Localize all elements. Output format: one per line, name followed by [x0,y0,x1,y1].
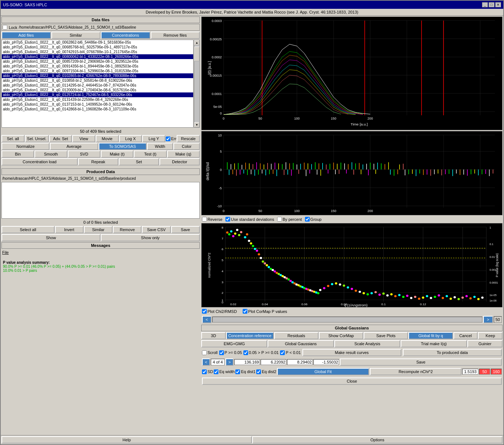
detector-button[interactable]: Detector [159,158,200,165]
tab-emg-gmg[interactable]: EMG+GMG [201,340,267,347]
tab-global-gaussians[interactable]: Global Gaussians [268,340,334,347]
p-gte-005-checkbox[interactable] [219,350,224,355]
file-item-3[interactable]: aldo_pH7p5_Elution1_0022__lt_q0_00742915… [2,50,193,54]
nav-left-button[interactable]: < [202,316,211,323]
test-it-button[interactable]: Test (t) [134,150,166,158]
file-list[interactable]: aldo_pH7p5_Elution1_0022__lt_q0_0062862-… [1,40,194,128]
adv-set-button[interactable]: Adv. Set [49,135,72,142]
smooth-button[interactable]: Smooth [34,150,67,158]
file-item-10[interactable]: aldo_pH7p5_Elution1_0022__lt_q0_0114295-… [2,83,193,88]
produced-file-list[interactable] [1,182,200,219]
tab-3d[interactable]: 3D [201,332,226,339]
tab-trial-make-iq[interactable]: Trial make I(q) [401,340,467,347]
file-item-5[interactable]: aldo_pH7p5_Elution1_0022__lt_q0_00857209… [2,59,193,64]
data-save-button[interactable]: Save [340,358,502,366]
file-item-1[interactable]: aldo_pH7p5_Elution1_0022__lt_q0_0062862-… [2,40,193,45]
concentrations-button[interactable]: Concentrations [101,32,150,39]
tab-scale-analysis[interactable]: Scale Analysis [334,340,400,347]
file-item-11[interactable]: aldo_pH7p5_Elution1_0022__lt_q0_0120009-… [2,88,193,92]
movie-button[interactable]: Movie [96,135,119,142]
file-item-4[interactable]: aldo_pH7p5_Elution1_0022__lt_q0_00800062… [2,54,193,59]
similar-files-button[interactable]: Similar [51,32,101,39]
make-iq-button[interactable]: Make (q) [167,150,200,158]
set-button[interactable]: Set [119,158,159,165]
nav-right-button[interactable]: > [483,316,493,323]
invert-button[interactable]: Invert [55,226,84,233]
file-item-14[interactable]: aldo_pH7p5_Elution1_0022__lt_q0_0137153-… [2,102,193,107]
lock-checkbox[interactable] [3,25,7,30]
group-checkbox[interactable] [305,217,310,222]
data-val3[interactable]: 8.29402 [287,359,313,365]
reverse-checkbox[interactable] [202,217,207,222]
repeak-button[interactable]: Repeak [78,158,118,165]
to-produced-data-button[interactable]: To produced data [403,349,502,356]
recompute-button[interactable]: Recompute nChi^2 [370,368,462,375]
global-fit-button[interactable]: Global Fit [277,368,369,375]
tab-global-fit-q[interactable]: Global fit by q [408,332,453,339]
view-button[interactable]: View [72,135,95,142]
log-y-button[interactable]: Log Y [142,135,165,142]
p-lt-001-checkbox[interactable] [280,350,285,355]
file-item-13[interactable]: aldo_pH7p5_Elution1_0022__lt_q0_0131439-… [2,97,193,102]
data-nav-right-button[interactable]: > [225,358,233,366]
remove-button[interactable]: Remove [113,226,141,233]
std-dev-checkbox[interactable] [225,217,230,222]
width-button[interactable]: Width [147,143,173,150]
similar-produced-button[interactable]: Similar [84,226,113,233]
file-item-12[interactable]: aldo_pH7p5_Elution1_0022__lt_q0_0125724-… [2,92,193,97]
normalize-button[interactable]: Normalize [1,143,49,150]
data-val4[interactable]: -1.55032 [313,359,339,365]
help-button[interactable]: Help [1,436,252,444]
plot-cormap-checkbox[interactable] [243,309,247,314]
close-button[interactable]: ✕ [495,2,501,7]
data-nav-left-button[interactable]: < [202,358,210,366]
data-val1[interactable]: 136.169 [234,359,260,365]
file-item-6[interactable]: aldo_pH7p5_Elution1_0022__lt_q0_00914356… [2,64,193,69]
tab-concentration-reference[interactable]: Concentration reference [226,332,274,339]
show-button[interactable]: Show [1,234,100,241]
make-it-button[interactable]: Make (t) [101,150,133,158]
tab-cancel[interactable]: Cancel [453,332,478,339]
scroll-checkbox[interactable] [202,350,207,355]
tab-guinier[interactable]: Guinier [467,340,503,347]
log-x-button[interactable]: Log X [119,135,142,142]
eq-dist1-checkbox[interactable] [235,369,240,374]
file-item-15[interactable]: aldo_pH7p5_Elution1_0022__lt_q0_0142868-… [2,107,193,112]
tab-residuals[interactable]: Residuals [274,332,319,339]
color-button[interactable]: Color [173,143,200,150]
minimize-button[interactable]: _ [482,2,488,7]
remove-files-button[interactable]: Remove files [151,32,200,39]
sd-checkbox[interactable] [202,369,207,374]
by-percent-checkbox[interactable] [277,217,282,222]
file-item-8[interactable]: aldo_pH7p5_Elution1_0022__lt_q0_0102865-… [2,73,193,78]
data-val2[interactable]: 6.22092 [261,359,286,365]
make-result-curves-button[interactable]: Make result curves [302,349,401,356]
add-files-button[interactable]: Add files [1,32,51,39]
file-item-7[interactable]: aldo_pH7p5_Elution1_0022__lt_q0_00971504… [2,69,193,73]
sel-unsel-button[interactable]: Sel. Unsel. [25,135,49,142]
average-button[interactable]: Average [50,143,98,150]
save-csv-button[interactable]: Save CSV [142,226,170,233]
rescale-button[interactable]: Rescale [177,135,200,142]
file-menu-label[interactable]: File [2,250,9,255]
concentration-load-button[interactable]: Concentration load [1,158,78,165]
file-item-9[interactable]: aldo_pH7p5_Elution1_0022__lt_q0_010858-b… [2,78,193,83]
p-005-001-checkbox[interactable] [243,350,248,355]
sel-all-button[interactable]: Sel. all [1,135,25,142]
err-checkbox[interactable] [166,136,170,141]
plot-chi-checkbox[interactable] [202,309,207,314]
tab-save-plots[interactable]: Save Plots [364,332,408,339]
close-button[interactable]: Close [202,377,502,385]
bin-button[interactable]: Bin [1,150,34,158]
tab-keep[interactable]: Keep [478,332,503,339]
file-item-2[interactable]: aldo_pH7p5_Elution1_0022__lt_q0_00685768… [2,45,193,50]
save-button[interactable]: Save [171,226,200,233]
svd-button[interactable]: SVD [68,150,100,158]
tab-show-cormap[interactable]: Show CorMap [319,332,363,339]
options-button[interactable]: Options [252,436,503,444]
select-all-button[interactable]: Select all [1,226,55,233]
maximize-button[interactable]: □ [489,2,494,7]
file-list-scrollbar[interactable]: ▲ ▼ [194,40,200,128]
eq-width-checkbox[interactable] [214,369,218,374]
to-somo-button[interactable]: To SOMO/SAS [99,143,147,150]
